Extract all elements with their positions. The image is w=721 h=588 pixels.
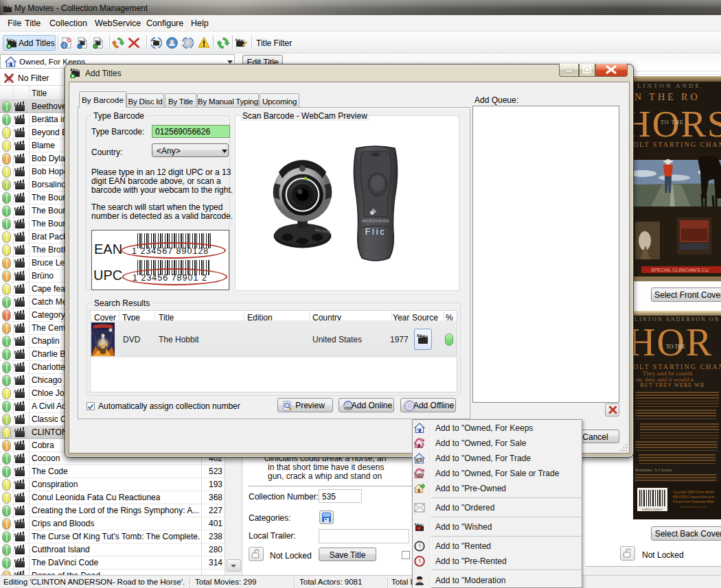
svg-text:Not for broadcast use: Not for broadcast use	[680, 505, 707, 508]
svg-text:890-62550-3 www.clinton.com: 890-62550-3 www.clinton.com	[673, 495, 715, 499]
svg-text:Flic: Flic	[365, 227, 387, 237]
svg-text:MICROVISION: MICROVISION	[362, 219, 389, 223]
svg-text:Filmed in the Tennessee Miller: Filmed in the Tennessee Miller	[673, 500, 715, 504]
svg-text:Copyright 2005 Clinton Media: Copyright 2005 Clinton Media	[673, 491, 714, 494]
svg-text:8 43521 01204 5: 8 43521 01204 5	[642, 508, 663, 511]
svg-text:SPECIAL CLINICIAN'S CU: SPECIAL CLINICIAN'S CU	[651, 268, 709, 272]
